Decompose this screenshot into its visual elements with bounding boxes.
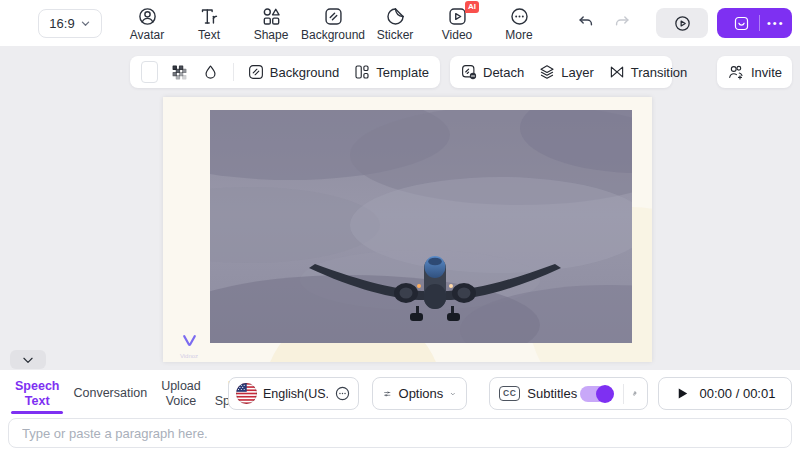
speech-tabs: Speech Text Conversation Upload Voice No… bbox=[8, 372, 264, 415]
more-voices-icon[interactable] bbox=[334, 385, 351, 402]
redo-icon bbox=[612, 13, 632, 33]
tool-label: Avatar bbox=[130, 28, 164, 42]
speech-panel: Speech Text Conversation Upload Voice No… bbox=[0, 370, 800, 450]
options-dropdown[interactable]: Options bbox=[372, 377, 467, 410]
text-icon bbox=[199, 6, 220, 27]
divider bbox=[759, 15, 760, 31]
tool-video[interactable]: AI Video bbox=[426, 4, 488, 42]
tool-label: Shape bbox=[254, 28, 289, 42]
detach-icon bbox=[460, 63, 478, 81]
tab-upload-voice[interactable]: Upload Voice bbox=[154, 372, 208, 415]
preview-button[interactable] bbox=[656, 8, 708, 38]
top-toolbar: 16:9 Avatar Text Shape Background bbox=[0, 0, 800, 46]
us-flag-icon bbox=[236, 383, 257, 404]
background-icon bbox=[247, 63, 265, 81]
options-label: Options bbox=[399, 386, 444, 401]
color-drop-icon[interactable] bbox=[201, 63, 220, 82]
tab-label: Conversation bbox=[73, 386, 147, 400]
tool-more[interactable]: More bbox=[488, 4, 550, 42]
tool-text[interactable]: Text bbox=[178, 4, 240, 42]
play-icon[interactable] bbox=[675, 386, 690, 401]
sticker-icon bbox=[385, 6, 406, 27]
template-label: Template bbox=[376, 65, 429, 80]
background-label: Background bbox=[270, 65, 339, 80]
collapse-panel-button[interactable] bbox=[10, 350, 46, 369]
template-icon bbox=[353, 63, 371, 81]
watermark-label: Vidnoz bbox=[172, 353, 206, 359]
cc-icon: CC bbox=[499, 386, 520, 400]
history-controls bbox=[576, 13, 632, 33]
transition-label: Transition bbox=[631, 65, 688, 80]
canvas-slide[interactable]: Vidnoz bbox=[163, 97, 652, 362]
export-button[interactable]: ••• bbox=[717, 8, 792, 38]
avatar-icon bbox=[137, 6, 158, 27]
tab-speech-text[interactable]: Speech Text bbox=[8, 372, 66, 415]
tool-label: More bbox=[505, 28, 532, 42]
subtitles-label: Subtitles bbox=[527, 386, 577, 401]
vidnoz-watermark: Vidnoz bbox=[172, 333, 206, 359]
tool-sticker[interactable]: Sticker bbox=[364, 4, 426, 42]
undo-icon bbox=[576, 13, 596, 33]
toggle-knob bbox=[596, 385, 614, 403]
shape-icon bbox=[261, 6, 282, 27]
transition-button[interactable]: Transition bbox=[608, 63, 688, 81]
export-box-icon bbox=[733, 15, 750, 32]
sliders-icon bbox=[383, 385, 392, 403]
clouds bbox=[210, 110, 632, 343]
layer-icon bbox=[538, 63, 556, 81]
time-display: 00:00 / 00:01 bbox=[700, 386, 776, 401]
invite-label: Invite bbox=[751, 65, 782, 80]
tab-conversation[interactable]: Conversation bbox=[66, 372, 154, 415]
template-button[interactable]: Template bbox=[353, 63, 429, 81]
tab-label: Text bbox=[25, 394, 50, 408]
invite-people-icon bbox=[727, 63, 745, 81]
layer-label: Layer bbox=[561, 65, 594, 80]
fill-color-swatch[interactable] bbox=[141, 61, 158, 83]
export-more-icon[interactable]: ••• bbox=[767, 18, 785, 29]
detach-button[interactable]: Detach bbox=[460, 63, 524, 81]
aspect-ratio-value: 16:9 bbox=[49, 16, 74, 31]
pattern-fill-icon[interactable] bbox=[170, 63, 189, 82]
background-button[interactable]: Background bbox=[247, 63, 339, 81]
tool-label: Background bbox=[301, 28, 365, 42]
tool-label: Video bbox=[442, 28, 472, 42]
transition-icon bbox=[608, 63, 626, 81]
invite-button[interactable]: Invite bbox=[717, 56, 792, 88]
chevron-down-icon bbox=[21, 353, 35, 367]
aspect-ratio-select[interactable]: 16:9 bbox=[38, 9, 102, 38]
video-clip[interactable] bbox=[210, 110, 632, 343]
chevron-down-icon bbox=[80, 18, 91, 29]
language-value: English(US... bbox=[263, 387, 328, 401]
language-voice-select[interactable]: English(US... bbox=[228, 377, 359, 410]
tab-label: Speech bbox=[15, 379, 59, 393]
layer-button[interactable]: Layer bbox=[538, 63, 594, 81]
vidnoz-logo-icon bbox=[182, 333, 197, 348]
redo-button[interactable] bbox=[612, 13, 632, 33]
airplane-video-frame bbox=[210, 110, 632, 343]
play-circle-icon bbox=[673, 14, 692, 33]
canvas-style-toolbar: Background Template bbox=[130, 56, 440, 88]
magic-star-icon[interactable] bbox=[632, 384, 638, 403]
tool-label: Text bbox=[198, 28, 220, 42]
subtitles-control: CC Subtitles bbox=[489, 377, 648, 410]
tool-shape[interactable]: Shape bbox=[240, 4, 302, 42]
script-input-wrap bbox=[8, 418, 792, 448]
more-icon bbox=[509, 6, 530, 27]
playback-control[interactable]: 00:00 / 00:01 bbox=[658, 377, 792, 410]
background-icon bbox=[323, 6, 344, 27]
tool-label: Sticker bbox=[377, 28, 414, 42]
divider bbox=[233, 63, 234, 81]
clip-actions-toolbar: Detach Layer Transition bbox=[450, 56, 672, 88]
tab-label: Upload bbox=[161, 379, 201, 393]
app-root: 16:9 Avatar Text Shape Background bbox=[0, 0, 800, 450]
subtitles-toggle[interactable] bbox=[580, 386, 613, 402]
undo-button[interactable] bbox=[576, 13, 596, 33]
tool-menu: Avatar Text Shape Background Sticker AI bbox=[116, 4, 550, 42]
detach-label: Detach bbox=[483, 65, 524, 80]
script-input[interactable] bbox=[8, 418, 792, 448]
tab-label: Voice bbox=[166, 394, 197, 408]
chevron-down-icon bbox=[450, 388, 456, 400]
tool-background[interactable]: Background bbox=[302, 4, 364, 42]
tool-avatar[interactable]: Avatar bbox=[116, 4, 178, 42]
ai-badge: AI bbox=[465, 1, 479, 13]
